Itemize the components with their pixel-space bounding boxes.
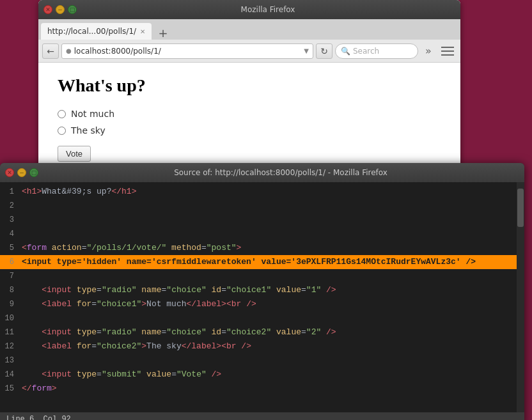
code-line-8: 8 <input type="radio" name="choice" id="… <box>0 283 524 297</box>
code-line-1: 1<h1>What&#39;s up?</h1> <box>0 185 524 199</box>
maximize-button-2[interactable]: □ <box>29 168 38 177</box>
radio-choice-1[interactable] <box>58 110 66 118</box>
line-content-8: <input type="radio" name="choice" id="ch… <box>22 283 522 297</box>
code-line-15: 15</form> <box>0 382 524 396</box>
window-title-1: Mozilla Firefox <box>81 5 455 14</box>
line-content-9: <label for="choice1">Not much</label><br… <box>22 297 522 311</box>
code-line-5: 5<form action="/polls/1/vote/" method="p… <box>0 241 524 255</box>
code-line-9: 9 <label for="choice1">Not much</label><… <box>0 297 524 311</box>
line-content-5: <form action="/polls/1/vote/" method="po… <box>22 241 522 255</box>
status-bar: Line 6, Col 92 <box>0 412 524 420</box>
code-line-14: 14 <input type="submit" value="Vote" /> <box>0 368 524 382</box>
code-lines: 1<h1>What&#39;s up?</h1>2345<form action… <box>0 185 524 396</box>
line-number-1: 1 <box>3 185 22 199</box>
code-line-12: 12 <label for="choice2">The sky</label><… <box>0 339 524 354</box>
poll-option-2: The sky <box>58 125 441 136</box>
line-content-12: <label for="choice2">The sky</label><br … <box>22 339 522 354</box>
title-bar-1: ✕ − □ Mozilla Firefox <box>38 0 460 19</box>
close-button-1[interactable]: ✕ <box>43 5 52 14</box>
scrollbar-thumb[interactable] <box>517 189 524 227</box>
code-line-4: 4 <box>0 227 524 241</box>
line-content-14: <input type="submit" value="Vote" /> <box>22 368 522 382</box>
traffic-lights-1: ✕ − □ <box>43 5 77 14</box>
line-content-6: <input type='hidden' name='csrfmiddlewar… <box>22 255 522 269</box>
scrollbar[interactable] <box>517 182 524 412</box>
traffic-lights-2: ✕ − □ <box>5 168 38 177</box>
option-label-2: The sky <box>71 125 106 136</box>
source-window-title: Source of: http://localhost:8000/polls/1… <box>42 168 519 177</box>
status-text: Line 6, Col 92 <box>6 415 71 420</box>
code-line-11: 11 <input type="radio" name="choice" id=… <box>0 325 524 339</box>
code-line-2: 2 <box>0 199 524 213</box>
menu-line-1 <box>441 47 454 48</box>
minimize-button-1[interactable]: − <box>56 5 65 14</box>
line-number-7: 7 <box>3 269 22 283</box>
line-number-11: 11 <box>3 325 22 339</box>
line-number-9: 9 <box>3 297 22 311</box>
line-number-5: 5 <box>3 241 22 255</box>
line-number-13: 13 <box>3 354 22 368</box>
line-content-11: <input type="radio" name="choice" id="ch… <box>22 325 522 339</box>
poll-options: Not much The sky <box>58 109 441 136</box>
option-label-1: Not much <box>71 109 114 119</box>
code-line-13: 13 <box>0 354 524 368</box>
line-number-12: 12 <box>3 339 22 354</box>
source-content: 1<h1>What&#39;s up?</h1>2345<form action… <box>0 182 524 412</box>
menu-line-3 <box>441 54 454 56</box>
back-button[interactable]: ← <box>42 43 59 59</box>
address-bar[interactable]: ● localhost:8000/polls/1/ ▼ <box>61 43 313 59</box>
source-window: ✕ − □ Source of: http://localhost:8000/p… <box>0 163 524 420</box>
code-line-3: 3 <box>0 213 524 227</box>
page-heading: What's up? <box>58 75 441 96</box>
code-line-7: 7 <box>0 269 524 283</box>
tab-close-1[interactable]: ✕ <box>140 28 145 35</box>
minimize-button-2[interactable]: − <box>17 168 26 177</box>
code-line-10: 10 <box>0 311 524 325</box>
line-number-8: 8 <box>3 283 22 297</box>
overflow-button[interactable]: » <box>421 43 436 59</box>
line-number-4: 4 <box>3 227 22 241</box>
close-button-2[interactable]: ✕ <box>5 168 14 177</box>
new-tab-button[interactable]: + <box>155 26 170 40</box>
menu-button[interactable] <box>439 42 457 60</box>
source-title-bar: ✕ − □ Source of: http://localhost:8000/p… <box>0 163 524 182</box>
tab-label-1: http://local...00/polls/1/ <box>47 27 136 36</box>
tab-1[interactable]: http://local...00/polls/1/ ✕ <box>41 23 152 40</box>
address-dropdown-icon[interactable]: ▼ <box>304 47 309 54</box>
reload-button[interactable]: ↻ <box>316 43 332 59</box>
line-number-10: 10 <box>3 311 22 325</box>
line-number-2: 2 <box>3 199 22 213</box>
line-number-3: 3 <box>3 213 22 227</box>
search-placeholder: Search <box>353 47 379 56</box>
search-icon: 🔍 <box>341 47 350 56</box>
poll-option-1: Not much <box>58 109 441 119</box>
line-content-15: </form> <box>22 382 522 396</box>
maximize-button-1[interactable]: □ <box>68 5 77 14</box>
nav-bar-1: ← ● localhost:8000/polls/1/ ▼ ↻ 🔍 Search… <box>38 40 460 63</box>
line-number-6: 6 <box>3 255 22 269</box>
code-line-6: 6<input type='hidden' name='csrfmiddlewa… <box>0 255 524 269</box>
browser-window-1: ✕ − □ Mozilla Firefox http://local...00/… <box>38 0 460 175</box>
search-bar[interactable]: 🔍 Search <box>335 43 418 59</box>
address-text: localhost:8000/polls/1/ <box>74 47 161 56</box>
address-icon: ● <box>66 47 72 54</box>
menu-line-2 <box>441 51 454 52</box>
line-number-15: 15 <box>3 382 22 396</box>
line-number-14: 14 <box>3 368 22 382</box>
line-content-1: <h1>What&#39;s up?</h1> <box>22 185 522 199</box>
browser-content: What's up? Not much The sky Vote <box>38 63 460 175</box>
vote-button[interactable]: Vote <box>58 146 91 162</box>
radio-choice-2[interactable] <box>58 127 66 135</box>
tab-bar-1: http://local...00/polls/1/ ✕ + <box>38 19 460 40</box>
